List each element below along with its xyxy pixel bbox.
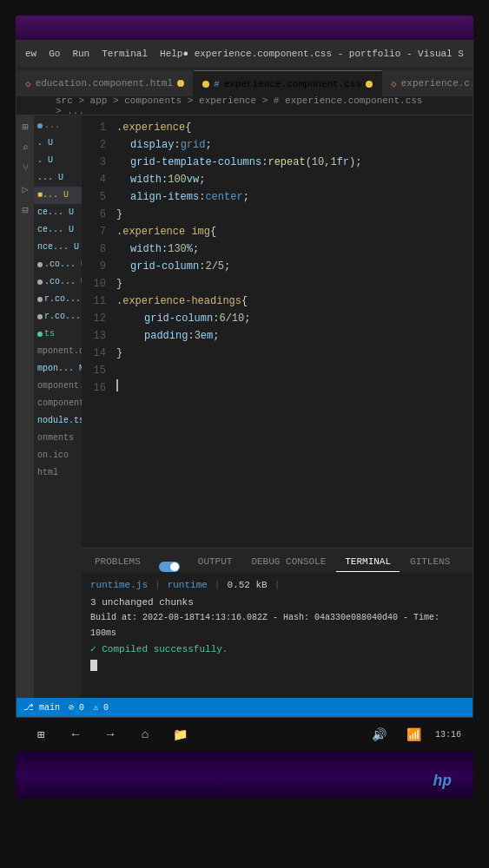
panel-tab-gitlens-label: GITLENS <box>410 556 450 567</box>
panel-tab-problems[interactable]: PROBLEMS <box>86 551 149 572</box>
title-bar: ew Go Run Terminal Help ● experience.com… <box>17 41 472 67</box>
sidebar-item-7[interactable]: ce... U <box>34 221 82 239</box>
status-bar: ⎇ main ⊘ 0 ⚠ 0 <box>17 698 472 717</box>
sidebar-item-17[interactable]: component.ts <box>34 395 82 412</box>
sidebar-item-8[interactable]: nce... U <box>34 239 82 256</box>
speaker-icon[interactable]: 🔊 <box>367 722 391 746</box>
code-line-6: } <box>116 206 472 223</box>
sidebar-item-13[interactable]: ts <box>34 326 82 343</box>
status-branch: ⎇ main <box>23 702 60 713</box>
search-icon[interactable]: ⌕ <box>18 141 32 155</box>
tab-dot-active <box>202 81 209 88</box>
sidebar-label-8: nce... U <box>37 240 79 255</box>
file-icon[interactable]: 📁 <box>168 722 192 746</box>
menu-bar: ew Go Run Terminal Help <box>25 49 182 59</box>
code-line-9: grid-column: 2/5; <box>116 258 472 275</box>
code-val-12b: 10 <box>232 310 244 327</box>
activity-bar: ⊞ ⌕ ⑂ ▷ ⊟ <box>17 115 34 698</box>
code-prop-12: grid-column <box>144 310 213 327</box>
monitor-frame: ew Go Run Terminal Help ● experience.com… <box>0 0 489 868</box>
breadcrumb-path: src > app > components > experience > # … <box>56 95 433 116</box>
code-line-15 <box>116 362 472 379</box>
code-prop-9: grid-column <box>130 258 199 275</box>
wifi-icon[interactable]: 📶 <box>401 722 426 746</box>
code-brace-14: } <box>116 345 122 362</box>
sidebar-item-16[interactable]: omponent.sp... <box>34 378 82 395</box>
code-prop-2: display <box>130 136 174 154</box>
debug-icon[interactable]: ▷ <box>18 182 32 196</box>
sidebar-label-4: ... U <box>37 170 63 186</box>
sidebar-item-18[interactable]: nodule.ts M <box>34 412 82 430</box>
sidebar-label-5: ■... U <box>37 187 69 203</box>
comp-icon: ◇ <box>391 78 397 89</box>
sidebar-dot-1 <box>37 123 43 128</box>
code-val-13: 3 <box>195 327 201 345</box>
sidebar-label-6: ce... U <box>37 205 74 220</box>
sidebar-label-19: onments <box>37 431 74 446</box>
sidebar-item-5[interactable]: ■... U <box>34 187 82 204</box>
sidebar-item-6[interactable]: ce... U <box>34 204 82 221</box>
sidebar-dot-13 <box>37 332 43 337</box>
panel-tab-output[interactable]: OUTPUT <box>189 551 241 572</box>
system-taskbar: ⊞ ← → ⌂ 📁 🔊 📶 13:16 <box>16 718 473 751</box>
explorer-icon[interactable]: ⊞ <box>18 120 32 134</box>
sidebar-item-21[interactable]: html <box>34 464 82 482</box>
terminal-line-3: ✓ Compiled successfully. <box>90 641 464 657</box>
tab-experience-comp-label: experience.c... <box>401 78 472 89</box>
sidebar-dot-11 <box>37 297 43 302</box>
menu-run[interactable]: Run <box>72 49 89 59</box>
sidebar-item-11[interactable]: r.co... U <box>34 291 82 308</box>
forward-icon[interactable]: → <box>98 722 122 746</box>
panel-tab-debug[interactable]: DEBUG CONSOLE <box>242 551 334 572</box>
sidebar-label-16: omponent.sp... <box>37 378 82 394</box>
start-icon[interactable]: ⊞ <box>29 722 53 746</box>
terminal-sep3: | <box>274 577 281 593</box>
back-icon[interactable]: ← <box>63 722 88 746</box>
sidebar-item-4[interactable]: ... U <box>34 169 82 187</box>
sidebar-item-19[interactable]: onments <box>34 430 82 447</box>
sidebar-item-1[interactable]: ... <box>34 117 82 135</box>
sidebar-label-14: mponent.css <box>37 344 82 359</box>
terminal-runtime-label: runtime <box>168 577 208 593</box>
code-line-13: padding: 3em; <box>116 327 472 345</box>
code-val-9b: 5 <box>218 258 224 275</box>
code-line-16[interactable] <box>116 379 472 391</box>
menu-ew[interactable]: ew <box>25 49 36 59</box>
sidebar-item-20[interactable]: on.ico <box>34 447 82 464</box>
menu-go[interactable]: Go <box>49 49 60 59</box>
extensions-icon[interactable]: ⊟ <box>18 203 32 217</box>
terminal-line-2: Build at: 2022-08-18T14:13:16.082Z - Has… <box>90 610 464 641</box>
panel-tab-gitlens[interactable]: GITLENS <box>401 551 459 572</box>
terminal-cursor-line <box>90 657 464 673</box>
sidebar-item-10[interactable]: .co... U <box>34 273 82 291</box>
tab-unsaved-dot <box>366 81 373 88</box>
code-line-10: } <box>116 275 472 293</box>
panel-tab-problems-label: PROBLEMS <box>95 556 141 567</box>
sidebar-item-14[interactable]: mponent.css <box>34 343 82 360</box>
panel-toggle[interactable] <box>159 562 180 572</box>
line-numbers: 1 2 3 4 5 6 7 8 9 10 11 12 13 14 <box>82 119 113 544</box>
sidebar-label-7: ce... U <box>37 222 74 238</box>
css-icon: # <box>214 79 220 89</box>
terminal-file-name: runtime.js <box>90 577 148 593</box>
editor-area: ⊞ ⌕ ⑂ ▷ ⊟ ... . U . U ... U <box>17 115 472 698</box>
tab-education[interactable]: ◇ education.component.html <box>17 70 194 96</box>
code-selector-11: .experience-headings <box>116 293 241 310</box>
panel-tab-terminal[interactable]: TERMINAL <box>336 551 400 572</box>
sidebar-item-2[interactable]: . U <box>34 135 82 152</box>
sidebar-label-1: ... <box>44 118 60 134</box>
menu-terminal[interactable]: Terminal <box>102 49 148 59</box>
git-icon[interactable]: ⑂ <box>18 161 32 175</box>
sidebar-item-12[interactable]: r.co... U <box>34 308 82 326</box>
sidebar-item-15[interactable]: mpon... M <box>34 360 82 378</box>
sidebar-item-3[interactable]: . U <box>34 152 82 169</box>
sidebar-item-9[interactable]: .co... U <box>34 256 82 273</box>
sidebar-label-15: mpon... M <box>37 361 82 377</box>
menu-help[interactable]: Help <box>160 49 182 59</box>
panel-tabs: PROBLEMS OUTPUT DEBUG CONSOLE TERMINAL <box>82 549 472 572</box>
tab-experience-comp[interactable]: ◇ experience.c... <box>382 70 472 96</box>
home-icon[interactable]: ⌂ <box>133 722 157 746</box>
tab-experience-css[interactable]: # experience.component.css <box>194 70 382 96</box>
code-val-5: center <box>205 188 242 206</box>
code-line-5: align-items: center; <box>116 188 472 206</box>
